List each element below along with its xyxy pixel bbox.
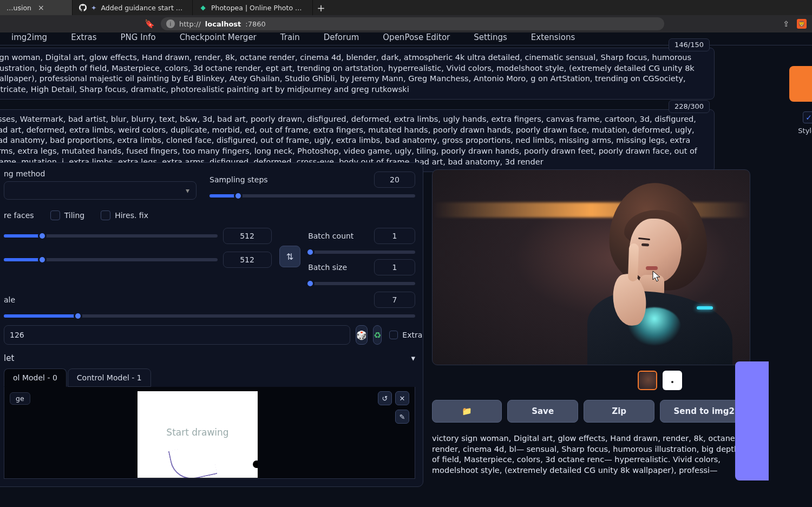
- controlnet-image-tag[interactable]: ge: [10, 392, 30, 405]
- swap-dimensions-button[interactable]: ⇅: [279, 246, 301, 267]
- chevron-down-icon[interactable]: ▾: [411, 353, 415, 363]
- styles-label: Styles: [795, 127, 812, 135]
- checkbox-box: [389, 331, 398, 339]
- zip-button[interactable]: Zip: [584, 400, 654, 423]
- generation-settings: ng method ▾ Sampling steps 20 re faces: [0, 162, 423, 487]
- canvas-hint: Start drawing: [166, 427, 228, 438]
- batch-count-slider[interactable]: [308, 251, 415, 254]
- tab-title: …usion: [6, 4, 31, 12]
- nav-tab-pnginfo[interactable]: PNG Info: [116, 32, 160, 45]
- seed-value: 126: [10, 331, 24, 339]
- batch-size-label: Batch size: [308, 263, 347, 272]
- save-button[interactable]: Save: [507, 400, 578, 423]
- restore-faces-checkbox[interactable]: re faces: [4, 211, 34, 220]
- url-input[interactable]: i http://localhost:7860: [161, 17, 664, 30]
- batch-count-value[interactable]: 1: [374, 228, 415, 244]
- nav-tab-train[interactable]: Train: [276, 32, 304, 45]
- controlnet-canvas[interactable]: Start drawing: [137, 391, 258, 478]
- github-icon: [79, 4, 87, 11]
- controlnet-header[interactable]: let: [4, 353, 14, 363]
- cfg-scale-slider[interactable]: [4, 314, 415, 318]
- side-panel[interactable]: [735, 361, 769, 480]
- cfg-scale-value[interactable]: 7: [374, 292, 415, 308]
- random-seed-button[interactable]: 🎲: [356, 325, 368, 345]
- folder-icon: 📁: [462, 406, 472, 416]
- height-value[interactable]: 512: [223, 252, 272, 268]
- sampling-steps-label: Sampling steps: [209, 175, 268, 184]
- tab-title: Added guidance start parameter. U…: [101, 4, 186, 12]
- positive-prompt-text: sign woman, Digital art, glow effects, H…: [0, 53, 695, 94]
- nav-tab-extras[interactable]: Extras: [67, 32, 101, 45]
- styles-block: ✓ Styles: [795, 111, 812, 135]
- controlnet-tab-0[interactable]: ol Model - 0: [4, 368, 67, 387]
- edit-tool-button[interactable]: ✎: [395, 410, 409, 424]
- browser-tab-strip: …usion × ✦ Added guidance start paramete…: [0, 0, 812, 15]
- generated-image[interactable]: [432, 169, 750, 365]
- nav-tab-deforum[interactable]: Deforum: [319, 32, 364, 45]
- reuse-seed-button[interactable]: ♻: [373, 325, 382, 345]
- url-scheme: http://: [179, 20, 201, 28]
- sketch-stroke: [168, 443, 218, 478]
- batch-size-value[interactable]: 1: [374, 259, 415, 275]
- nav-tab-openpose[interactable]: OpenPose Editor: [378, 32, 454, 45]
- controlnet-tab-1[interactable]: Control Model - 1: [68, 368, 151, 387]
- controlnet-tabs: ol Model - 0 Control Model - 1: [4, 368, 415, 387]
- brave-shield-icon[interactable]: 🦁: [797, 19, 807, 29]
- generation-info: victory sign woman, Digital art, glow ef…: [432, 433, 746, 476]
- mouse-cursor-icon: [652, 271, 661, 282]
- batch-size-slider[interactable]: [308, 282, 415, 285]
- nav-tab-img2img[interactable]: img2img: [7, 32, 51, 45]
- negative-prompt-text: asses, Watermark, bad artist, blur, blur…: [0, 115, 697, 166]
- width-slider[interactable]: [4, 234, 218, 238]
- close-icon[interactable]: ×: [38, 3, 44, 12]
- browser-tab[interactable]: ◆ Photopea | Online Photo Editor: [193, 0, 313, 15]
- nav-tab-extensions[interactable]: Extensions: [527, 32, 579, 45]
- open-folder-button[interactable]: 📁: [432, 400, 502, 423]
- photopea-icon: ◆: [199, 4, 207, 11]
- positive-prompt[interactable]: 146/150 sign woman, Digital art, glow ef…: [0, 48, 715, 100]
- sparkle-icon: ✦: [91, 4, 96, 12]
- sampling-method-select[interactable]: ▾: [4, 181, 197, 200]
- batch-count-label: Batch count: [308, 232, 353, 240]
- undo-button[interactable]: ↺: [378, 391, 392, 405]
- checkbox-box: [50, 210, 60, 220]
- not-secure-icon: i: [166, 19, 175, 28]
- seed-input[interactable]: 126: [4, 325, 350, 345]
- browser-tab[interactable]: ✦ Added guidance start parameter. U…: [73, 0, 193, 15]
- url-port: :7860: [245, 20, 265, 28]
- chevron-down-icon: ▾: [186, 186, 189, 195]
- cfg-scale-label: ale: [4, 295, 15, 304]
- generate-button[interactable]: [789, 66, 812, 102]
- bookmark-icon[interactable]: 🔖: [143, 19, 155, 29]
- browser-tab[interactable]: …usion ×: [0, 0, 73, 15]
- width-value[interactable]: 512: [223, 228, 272, 244]
- nav-tab-ckptmerger[interactable]: Checkpoint Merger: [175, 32, 261, 45]
- checkbox-box: [101, 210, 110, 220]
- thumbnail[interactable]: [663, 371, 682, 390]
- thumbnail[interactable]: [638, 371, 657, 390]
- brush-cursor: [253, 460, 258, 468]
- height-slider[interactable]: [4, 258, 218, 261]
- figure: [559, 180, 732, 364]
- controlnet-body: ge Start drawing ↺ ✕ ✎: [4, 387, 415, 479]
- tiling-checkbox[interactable]: Tiling: [50, 210, 85, 220]
- output-panel: 📁 Save Zip Send to img2in victory sign w…: [432, 169, 757, 476]
- url-domain: localhost: [205, 20, 241, 28]
- clear-button[interactable]: ✕: [395, 391, 409, 405]
- hiresfix-checkbox[interactable]: Hires. fix: [101, 210, 148, 220]
- styles-checkbox[interactable]: ✓: [803, 111, 812, 123]
- address-bar: 🔖 i http://localhost:7860 ⇪ 🦁: [0, 15, 812, 32]
- token-counter: 146/150: [669, 38, 710, 51]
- sampling-steps-slider[interactable]: [209, 194, 415, 197]
- token-counter: 228/300: [669, 100, 710, 113]
- tab-title: Photopea | Online Photo Editor: [211, 4, 306, 12]
- nav-tab-settings[interactable]: Settings: [469, 32, 512, 45]
- extra-seed-checkbox[interactable]: Extra: [389, 331, 422, 339]
- sampling-steps-value[interactable]: 20: [374, 172, 415, 188]
- sampling-method-label: ng method: [4, 169, 197, 178]
- new-tab-button[interactable]: +: [313, 0, 329, 15]
- share-icon[interactable]: ⇪: [783, 19, 789, 28]
